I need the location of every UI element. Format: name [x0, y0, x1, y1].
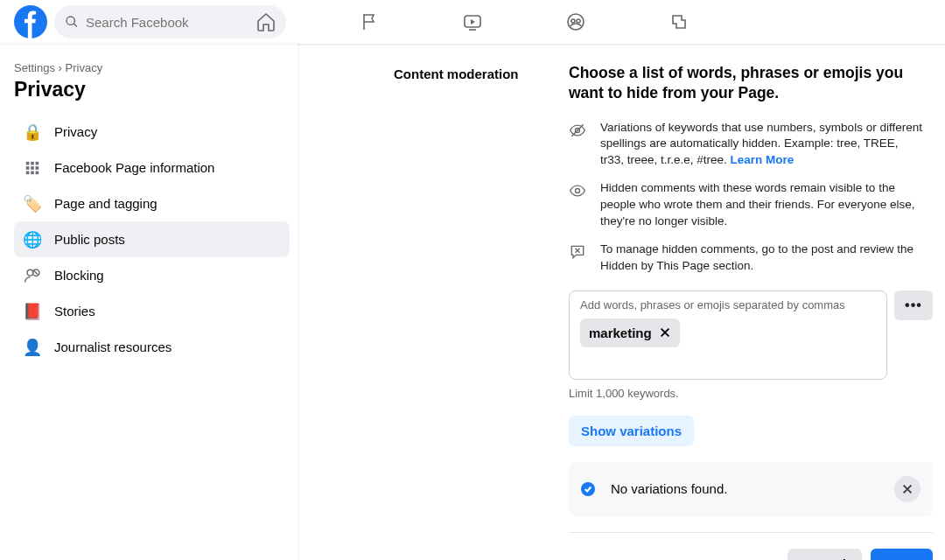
sidebar-item-label: Facebook Page information	[54, 160, 214, 175]
svg-point-2	[568, 14, 584, 30]
keywords-placeholder: Add words, phrases or emojis separated b…	[580, 298, 876, 312]
svg-point-18	[576, 189, 580, 193]
flag-icon	[359, 11, 380, 32]
status-alert: No variations found.	[569, 462, 933, 516]
svg-point-3	[571, 19, 575, 23]
more-options-button[interactable]: •••	[894, 290, 933, 320]
section-label-col: Content moderation	[298, 44, 569, 560]
cancel-button[interactable]: Cancel	[788, 549, 862, 560]
nav-home[interactable]	[218, 0, 314, 44]
sidebar-item-label: Journalist resources	[54, 340, 172, 354]
chip-remove[interactable]	[659, 326, 671, 339]
sidebar: Settings › Privacy Privacy 🔒 Privacy Fac…	[0, 44, 298, 560]
svg-rect-13	[36, 171, 39, 174]
sidebar-item-journalist[interactable]: 👤 Journalist resources	[14, 329, 290, 365]
globe-icon: 🌐	[23, 230, 42, 249]
groups-icon	[565, 11, 586, 32]
hidden-eye-icon	[569, 120, 586, 169]
top-bar	[0, 0, 945, 44]
svg-rect-11	[26, 171, 30, 174]
close-icon	[901, 483, 914, 495]
gaming-icon	[668, 11, 690, 32]
svg-rect-5	[26, 161, 30, 164]
sidebar-item-label: Public posts	[54, 232, 125, 247]
person-icon: 👤	[23, 338, 42, 357]
svg-rect-7	[36, 161, 39, 164]
nav-groups[interactable]	[528, 0, 624, 44]
sidebar-item-blocking[interactable]: Blocking	[14, 257, 290, 293]
sidebar-item-label: Blocking	[54, 268, 104, 283]
nav-watch[interactable]	[424, 0, 521, 44]
svg-rect-9	[31, 166, 34, 170]
svg-rect-10	[36, 166, 39, 170]
keywords-input[interactable]: Add words, phrases or emojis separated b…	[569, 290, 887, 380]
nav-gaming[interactable]	[631, 0, 727, 44]
nav-pages[interactable]	[321, 0, 417, 44]
close-icon	[659, 326, 671, 339]
grid-icon	[23, 158, 42, 178]
learn-more-link[interactable]: Learn More	[731, 153, 794, 166]
logo[interactable]	[14, 5, 47, 38]
content-heading: Choose a list of words, phrases or emoji…	[569, 63, 919, 104]
breadcrumb-parent[interactable]: Settings	[14, 61, 55, 74]
sidebar-item-tagging[interactable]: 🏷️ Page and tagging	[14, 186, 290, 221]
breadcrumb: Settings › Privacy	[14, 54, 290, 74]
block-icon	[23, 266, 42, 285]
sidebar-item-privacy[interactable]: 🔒 Privacy	[14, 114, 290, 150]
search-icon	[65, 15, 79, 29]
button-row: Cancel Save	[569, 549, 933, 560]
sidebar-item-stories[interactable]: 📕 Stories	[14, 293, 290, 329]
sidebar-item-page-info[interactable]: Facebook Page information	[14, 150, 290, 186]
info-manage: To manage hidden comments, go to the pos…	[569, 242, 933, 274]
sidebar-item-label: Stories	[54, 304, 95, 318]
keyword-chip: marketing	[580, 318, 680, 347]
check-icon	[581, 482, 595, 496]
sidebar-item-label: Privacy	[54, 124, 97, 139]
svg-rect-12	[31, 171, 34, 174]
sidebar-item-public-posts[interactable]: 🌐 Public posts	[14, 221, 290, 257]
info-text: Hidden comments with these words remain …	[600, 180, 924, 229]
svg-rect-8	[26, 166, 30, 170]
section-label: Content moderation	[298, 66, 555, 81]
info-variations: Variations of keywords that use numbers,…	[569, 120, 933, 169]
page-title: Privacy	[14, 78, 290, 102]
svg-point-4	[577, 19, 580, 23]
sidebar-nav: 🔒 Privacy Facebook Page information 🏷️ P…	[14, 114, 290, 365]
info-text: To manage hidden comments, go to the pos…	[600, 242, 924, 274]
alert-text: No variations found.	[611, 481, 894, 496]
show-variations-button[interactable]: Show variations	[569, 416, 694, 446]
main: Content moderation Choose a list of word…	[298, 44, 945, 560]
lock-icon: 🔒	[23, 122, 42, 142]
eye-icon	[569, 180, 586, 229]
save-button[interactable]: Save	[871, 549, 933, 560]
tag-icon: 🏷️	[23, 194, 42, 214]
info-hidden-visibility: Hidden comments with these words remain …	[569, 180, 933, 229]
comment-remove-icon	[569, 242, 586, 274]
home-icon	[256, 11, 276, 32]
alert-dismiss[interactable]	[894, 476, 920, 502]
divider	[298, 44, 945, 46]
watch-icon	[462, 11, 483, 32]
content: Choose a list of words, phrases or emoji…	[569, 44, 945, 560]
keywords-limit: Limit 1,000 keywords.	[569, 387, 933, 400]
book-icon: 📕	[23, 302, 42, 321]
chip-label: marketing	[589, 326, 652, 340]
sidebar-item-label: Page and tagging	[54, 196, 158, 211]
divider	[569, 532, 933, 533]
breadcrumb-current[interactable]: Privacy	[66, 61, 103, 74]
svg-rect-6	[31, 161, 34, 164]
